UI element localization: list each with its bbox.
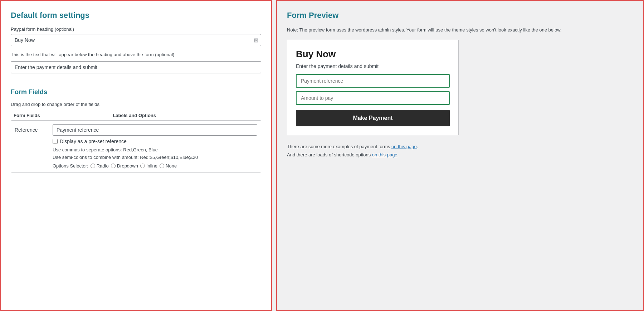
reference-options-col: Display as a pre-set reference Use comma… bbox=[53, 124, 257, 169]
help-text-commas: Use commas to seperate options: Red,Gree… bbox=[53, 146, 257, 154]
preview-links: There are some more examples of payment … bbox=[287, 142, 633, 159]
radio-option-dropdown[interactable]: Dropdown bbox=[111, 163, 138, 169]
description-input[interactable] bbox=[11, 61, 261, 73]
heading-input[interactable] bbox=[11, 34, 261, 46]
main-title: Default form settings bbox=[11, 11, 261, 20]
link1[interactable]: on this page bbox=[391, 144, 417, 149]
options-selector-group: Options Selector: Radio Dropdown Inline bbox=[53, 163, 257, 169]
inline-radio-input[interactable] bbox=[140, 164, 145, 168]
heading-input-wrapper: ⊠ bbox=[11, 34, 261, 46]
radio-radio-input[interactable] bbox=[91, 164, 95, 168]
radio-option-none[interactable]: None bbox=[160, 163, 177, 169]
text-format-icon: ⊠ bbox=[254, 37, 258, 44]
options-selector-label: Options Selector: bbox=[53, 163, 88, 169]
dropdown-radio-input[interactable] bbox=[111, 164, 116, 168]
drag-hint: Drag and drop to change order of the fie… bbox=[11, 102, 261, 107]
link-line-1: There are some more examples of payment … bbox=[287, 142, 633, 151]
col-labels-options: Labels and Options bbox=[110, 111, 261, 120]
preview-amount-input[interactable] bbox=[296, 91, 450, 105]
preview-title: Form Preview bbox=[287, 11, 633, 20]
reference-label-input[interactable] bbox=[53, 124, 257, 136]
link2-prefix-text: And there are loads of shortcode options bbox=[287, 152, 372, 157]
reference-field-name: Reference bbox=[15, 124, 47, 133]
fields-container: Reference Display as a pre-set reference… bbox=[11, 120, 261, 172]
form-fields-title: Form Fields bbox=[11, 88, 261, 96]
form-fields-table: Form Fields Labels and Options bbox=[11, 111, 261, 120]
preview-note: Note: The preview form uses the wordpres… bbox=[287, 26, 633, 34]
make-payment-button[interactable]: Make Payment bbox=[296, 110, 450, 126]
preset-reference-label: Display as a pre-set reference bbox=[60, 139, 127, 144]
heading-label: Paypal form heading (optional) bbox=[11, 26, 261, 32]
help-text-semicolons: Use semi-colons to combine with amount: … bbox=[53, 154, 257, 161]
link-line-2: And there are loads of shortcode options… bbox=[287, 151, 633, 159]
reference-row: Reference Display as a pre-set reference… bbox=[15, 124, 257, 169]
radio-option-radio[interactable]: Radio bbox=[91, 163, 109, 169]
description-label: This is the text that will appear below … bbox=[11, 51, 261, 58]
dropdown-radio-label: Dropdown bbox=[117, 163, 138, 169]
inline-radio-label: Inline bbox=[146, 163, 157, 169]
link2[interactable]: on this page bbox=[372, 152, 397, 157]
none-radio-input[interactable] bbox=[160, 164, 164, 168]
none-radio-label: None bbox=[166, 163, 177, 169]
left-panel: Default form settings Paypal form headin… bbox=[0, 0, 272, 311]
preview-form-description: Enter the payment details and submit bbox=[296, 63, 450, 69]
preset-reference-row: Display as a pre-set reference bbox=[53, 139, 257, 144]
preview-heading: Buy Now bbox=[296, 49, 450, 60]
preset-reference-checkbox[interactable] bbox=[53, 139, 58, 144]
col-form-fields: Form Fields bbox=[11, 111, 110, 120]
preview-form-box: Buy Now Enter the payment details and su… bbox=[287, 40, 459, 135]
radio-radio-label: Radio bbox=[97, 163, 109, 169]
link1-prefix-text: There are some more examples of payment … bbox=[287, 144, 391, 149]
preview-payment-reference-input[interactable] bbox=[296, 74, 450, 88]
right-panel: Form Preview Note: The preview form uses… bbox=[276, 0, 644, 311]
radio-option-inline[interactable]: Inline bbox=[140, 163, 157, 169]
